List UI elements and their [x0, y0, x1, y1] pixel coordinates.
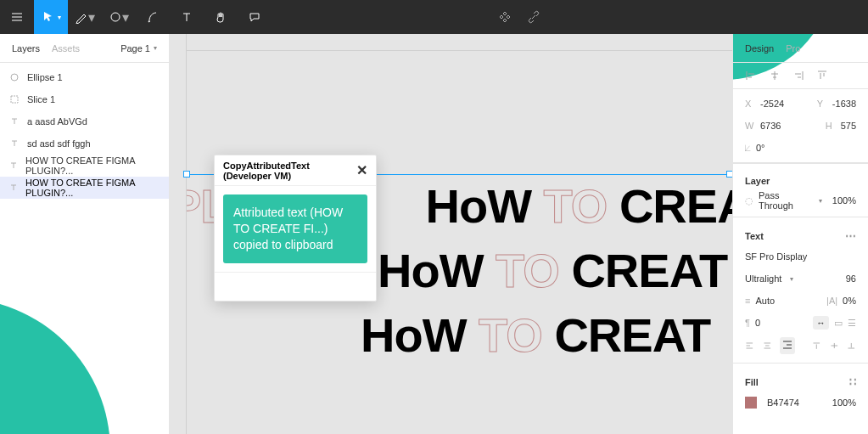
svg-rect-2 [11, 96, 18, 103]
layer-item[interactable]: HOW TO CREATE FIGMA PLUGIN?... [0, 177, 169, 199]
letter-spacing-icon: |A| [826, 296, 837, 306]
auto-height-icon[interactable]: ☰ [848, 318, 856, 329]
layer-item[interactable]: a aasd AbVGd [0, 110, 169, 132]
line-height[interactable]: Auto [755, 296, 775, 306]
section-fill: Fill [745, 377, 759, 387]
plugin-footer [215, 272, 376, 301]
fill-hex[interactable]: B47474 [767, 397, 799, 408]
pen-tool-button[interactable]: ▾ [68, 0, 102, 34]
align-right-icon[interactable] [792, 70, 804, 82]
chevron-down-icon: ▾ [58, 14, 61, 21]
font-family[interactable]: SF Pro Display [745, 251, 807, 262]
auto-width-icon[interactable]: ↔ [813, 316, 829, 330]
font-weight[interactable]: Ultralight [745, 273, 781, 284]
canvas-text: HoW TO CREAT [378, 243, 727, 298]
canvas-text: HoW TO CREAT [361, 307, 710, 363]
layer-label: Ellipse 1 [27, 72, 63, 82]
align-center-icon[interactable] [769, 70, 781, 82]
ruler-horizontal [170, 34, 732, 51]
layers-list: Ellipse 1 Slice 1 a aasd AbVGd sd asd sd… [0, 63, 169, 199]
fill-opacity[interactable]: 100% [832, 397, 856, 408]
line-height-icon: ≡ [745, 296, 750, 306]
component-icon[interactable] [498, 0, 512, 34]
angle-icon: ⟀ [745, 143, 751, 153]
close-icon[interactable]: ✕ [356, 162, 367, 178]
x-value[interactable]: -2524 [760, 99, 784, 109]
align-box-icon[interactable]: ▭ [834, 318, 843, 329]
tab-design[interactable]: Design [745, 43, 774, 54]
w-label: W [745, 121, 755, 131]
page-label: Page 1 [120, 43, 150, 54]
layer-item[interactable]: Ellipse 1 [0, 66, 169, 88]
chevron-down-icon: ▾ [122, 9, 129, 25]
chevron-down-icon: ▾ [819, 197, 822, 205]
left-panel: Layers Assets Page 1 ▾ Ellipse 1 Slice 1 [0, 34, 170, 434]
text-align-right-icon[interactable] [781, 339, 793, 351]
w-value[interactable]: 6736 [760, 121, 781, 131]
selection-handle[interactable] [726, 171, 732, 178]
blend-icon: ◌ [745, 195, 753, 206]
chevron-down-icon: ▾ [154, 44, 157, 52]
text-icon [8, 182, 19, 194]
y-value[interactable]: -1638 [832, 99, 856, 109]
layer-label: HOW TO CREATE FIGMA PLUGIN?... [25, 178, 160, 198]
tab-assets[interactable]: Assets [52, 43, 80, 54]
top-toolbar: ▾ ▾ ▾ [0, 0, 868, 34]
h-value[interactable]: 575 [841, 121, 856, 131]
ellipse-icon [8, 71, 20, 83]
svg-point-1 [11, 74, 18, 81]
y-label: Y [817, 99, 827, 109]
style-icon[interactable]: ∷ [849, 375, 856, 388]
layer-label: a aasd AbVGd [27, 116, 87, 127]
align-top-icon[interactable] [812, 340, 821, 352]
letter-spacing[interactable]: 0% [843, 296, 856, 306]
blend-mode[interactable]: Pass Through [759, 190, 810, 211]
slice-icon [8, 93, 20, 105]
menu-button[interactable] [0, 0, 34, 34]
text-icon [8, 138, 20, 149]
settings-icon[interactable]: ⋯ [845, 229, 856, 242]
shape-tool-button[interactable]: ▾ [102, 0, 136, 34]
ruler-vertical [170, 34, 187, 434]
align-middle-icon[interactable] [830, 340, 839, 352]
right-panel: Design Pro X -2524 Y -1638 W 6 [732, 34, 868, 434]
layer-item[interactable]: HOW TO CREATE FIGMA PLUGIN?... [0, 155, 169, 177]
align-bottom-icon[interactable] [847, 340, 856, 352]
align-top-icon[interactable] [816, 70, 828, 82]
text-align-left-icon[interactable] [745, 340, 754, 352]
layer-item[interactable]: Slice 1 [0, 88, 169, 110]
chevron-down-icon: ▾ [88, 9, 95, 25]
paragraph-icon: ¶ [745, 318, 750, 328]
section-layer: Layer [733, 169, 868, 189]
hand-tool-button[interactable] [204, 0, 238, 34]
move-tool-button[interactable]: ▾ [34, 0, 68, 34]
vector-tool-button[interactable] [136, 0, 170, 34]
chevron-down-icon: ▾ [790, 275, 793, 283]
layer-label: Slice 1 [27, 94, 55, 104]
text-icon [8, 160, 19, 172]
text-tool-button[interactable] [170, 0, 204, 34]
text-align-center-icon[interactable] [763, 340, 772, 352]
canvas[interactable]: PL HoW TO CREAT HoW TO CREAT HoW TO CREA… [170, 34, 732, 434]
page-selector[interactable]: Page 1 ▾ [120, 43, 157, 54]
layer-label: sd asd sdf fggh [27, 138, 91, 149]
comment-tool-button[interactable] [238, 0, 272, 34]
link-icon[interactable] [527, 0, 540, 34]
tab-prototype[interactable]: Pro [786, 43, 800, 54]
align-left-icon[interactable] [745, 70, 757, 82]
toast-message: Attributed text (HOW TO CREATE FI...) co… [223, 194, 367, 263]
selection-handle[interactable] [183, 171, 190, 178]
section-text: Text [745, 231, 764, 241]
layer-label: HOW TO CREATE FIGMA PLUGIN?... [25, 155, 160, 176]
layer-item[interactable]: sd asd sdf fggh [0, 132, 169, 155]
x-label: X [745, 99, 755, 109]
h-label: H [826, 121, 836, 131]
fill-swatch[interactable] [745, 397, 757, 409]
layer-opacity[interactable]: 100% [832, 195, 856, 206]
plugin-dialog[interactable]: CopyAttributedText (Developer VM) ✕ Attr… [214, 155, 377, 302]
svg-point-0 [111, 13, 120, 21]
angle-value[interactable]: 0° [756, 143, 765, 153]
font-size[interactable]: 96 [846, 273, 856, 284]
tab-layers[interactable]: Layers [12, 43, 40, 54]
paragraph-spacing[interactable]: 0 [755, 318, 760, 328]
